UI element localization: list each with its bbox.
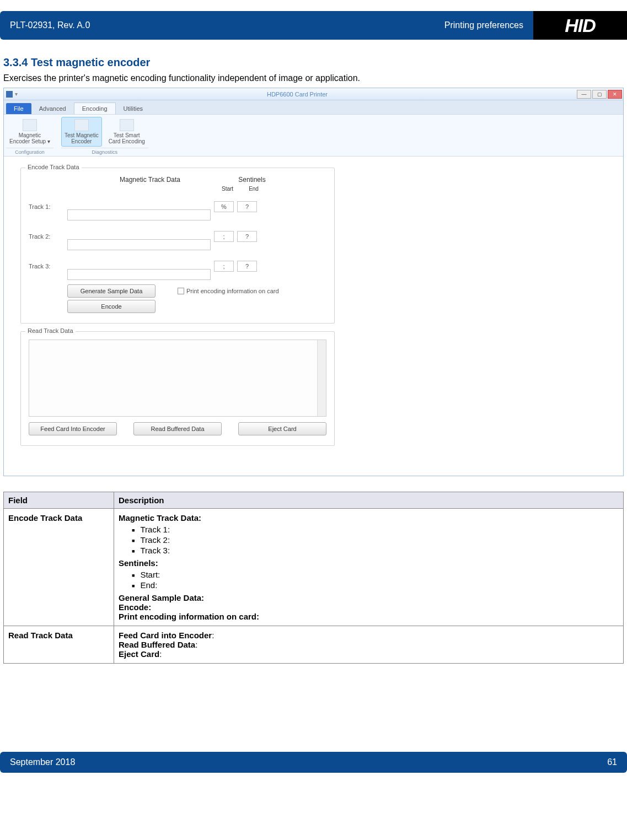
- description-table: Field Description Encode Track Data Magn…: [3, 492, 624, 664]
- app-window: ▾ HDP6600 Card Printer — ▢ ✕ File Advanc…: [3, 88, 624, 476]
- field-read: Read Track Data: [4, 626, 114, 664]
- sentinels-header: Sentinels: [222, 176, 282, 184]
- track1-label: Track 1:: [29, 203, 67, 210]
- ribbon: Magnetic Encoder Setup ▾ Configuration T…: [4, 115, 623, 157]
- table-row: Read Track Data Feed Card into Encoder: …: [4, 626, 624, 664]
- encode-legend: Encode Track Data: [25, 164, 82, 170]
- app-icon: [6, 91, 13, 98]
- eject-card-button[interactable]: Eject Card: [238, 422, 326, 435]
- app-titlebar: ▾ HDP6600 Card Printer — ▢ ✕: [4, 88, 623, 100]
- track3-start[interactable]: ;: [214, 261, 234, 272]
- magnetic-encoder-setup-button[interactable]: Magnetic Encoder Setup ▾: [6, 117, 53, 147]
- track3-input[interactable]: [67, 269, 211, 280]
- footer-bar: September 2018 61: [0, 752, 627, 773]
- end-label: End: [249, 186, 259, 192]
- track3-label: Track 3:: [29, 263, 67, 270]
- ribbon-group-configuration: Magnetic Encoder Setup ▾ Configuration: [6, 117, 53, 156]
- test-magnetic-encoder-button[interactable]: Test Magnetic Encoder: [61, 117, 102, 147]
- feed-card-button[interactable]: Feed Card Into Encoder: [29, 422, 117, 435]
- app-title: HDP6600 Card Printer: [18, 91, 577, 98]
- th-field: Field: [4, 492, 114, 509]
- tab-advanced[interactable]: Advanced: [31, 103, 74, 114]
- app-body: Encode Track Data Magnetic Track Data Se…: [4, 157, 623, 476]
- maximize-button[interactable]: ▢: [592, 90, 607, 99]
- read-buffered-button[interactable]: Read Buffered Data: [133, 422, 222, 435]
- page-footer: September 2018 61: [0, 752, 627, 773]
- main-content: 3.3.4 Test magnetic encoder Exercises th…: [0, 56, 627, 664]
- track1-end[interactable]: ?: [237, 201, 257, 212]
- scrollbar[interactable]: [317, 340, 326, 416]
- track2-start[interactable]: ;: [214, 231, 234, 242]
- section-name: Printing preferences: [444, 20, 523, 30]
- track1-input[interactable]: [67, 209, 211, 220]
- start-label: Start: [222, 186, 233, 192]
- doc-id: PLT-02931, Rev. A.0: [10, 20, 90, 30]
- encode-button[interactable]: Encode: [67, 300, 156, 313]
- tab-encoding[interactable]: Encoding: [74, 103, 116, 114]
- test-smart-card-button[interactable]: Test Smart Card Encoding: [105, 117, 148, 147]
- test-smartcard-icon: [120, 119, 134, 131]
- ribbon-group-diagnostics: Test Magnetic Encoder Test Smart Card En…: [61, 117, 148, 156]
- desc-encode: Magnetic Track Data: Track 1: Track 2: T…: [114, 509, 624, 626]
- footer-page: 61: [607, 757, 617, 767]
- th-description: Description: [114, 492, 624, 509]
- table-row: Encode Track Data Magnetic Track Data: T…: [4, 509, 624, 626]
- app-tabs: File Advanced Encoding Utilities: [4, 100, 623, 115]
- checkbox-icon: [178, 288, 184, 294]
- header-bar: PLT-02931, Rev. A.0 Printing preferences: [0, 11, 533, 40]
- mtd-header: Magnetic Track Data: [78, 176, 222, 184]
- window-buttons: — ▢ ✕: [577, 90, 622, 99]
- track2-end[interactable]: ?: [237, 231, 257, 242]
- generate-sample-data-button[interactable]: Generate Sample Data: [67, 284, 156, 298]
- close-button[interactable]: ✕: [608, 90, 622, 99]
- read-legend: Read Track Data: [25, 327, 76, 334]
- track2-label: Track 2:: [29, 233, 67, 240]
- logo-text: HID: [565, 15, 596, 36]
- minimize-button[interactable]: —: [577, 90, 591, 99]
- track1-start[interactable]: %: [214, 201, 234, 212]
- section-title: 3.3.4 Test magnetic encoder: [3, 56, 624, 69]
- read-data-textarea[interactable]: [29, 340, 326, 417]
- page-header: PLT-02931, Rev. A.0 Printing preferences…: [0, 11, 627, 40]
- hid-logo: HID ®: [533, 11, 627, 40]
- tab-file[interactable]: File: [6, 103, 31, 114]
- ribbon-group-label-diag: Diagnostics: [61, 148, 148, 156]
- track3-end[interactable]: ?: [237, 261, 257, 272]
- desc-read: Feed Card into Encoder: Read Buffered Da…: [114, 626, 624, 664]
- track2-input[interactable]: [67, 239, 211, 250]
- read-track-fieldset: Read Track Data Feed Card Into Encoder R…: [20, 331, 335, 446]
- print-encoding-checkbox[interactable]: Print encoding information on card: [178, 288, 279, 294]
- section-intro: Exercises the printer's magnetic encodin…: [3, 73, 624, 83]
- footer-date: September 2018: [10, 757, 75, 767]
- test-magnetic-icon: [74, 119, 89, 131]
- ribbon-group-label-config: Configuration: [6, 148, 53, 156]
- encode-track-fieldset: Encode Track Data Magnetic Track Data Se…: [20, 168, 335, 324]
- encoder-setup-icon: [23, 119, 37, 131]
- tab-utilities[interactable]: Utilities: [116, 103, 151, 114]
- field-encode: Encode Track Data: [4, 509, 114, 626]
